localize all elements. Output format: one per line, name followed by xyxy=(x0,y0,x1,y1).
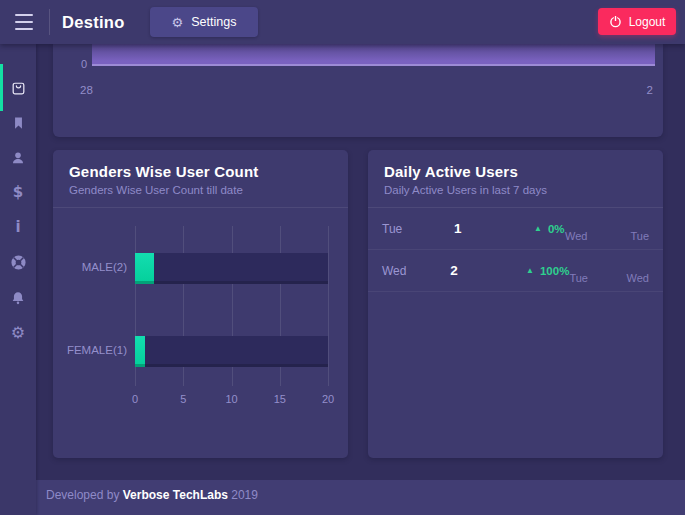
bell-icon xyxy=(10,290,26,306)
hamburger-menu-icon[interactable] xyxy=(15,14,35,30)
sidebar-item-support[interactable] xyxy=(0,245,36,280)
sidebar-item-bookmarks[interactable] xyxy=(0,105,36,140)
bar-label-male: MALE(2) xyxy=(53,261,127,273)
table-row: Wed 2 ▲ 100% Tue Wed xyxy=(368,250,663,292)
shopping-bag-icon xyxy=(10,79,27,96)
info-icon: i xyxy=(15,220,20,235)
trend-up-icon: ▲ xyxy=(526,267,534,275)
dau-card-header: Daily Active Users Daily Active Users in… xyxy=(368,150,663,208)
dau-trend: ▲ 100% xyxy=(526,265,569,277)
footer: Developed by Verbose TechLabs 2019 xyxy=(36,480,685,515)
area-chart-partial xyxy=(92,44,655,66)
dau-value: 2 xyxy=(450,263,526,278)
main-content: 0 28 2 Genders Wise User Count Genders W… xyxy=(36,44,685,515)
footer-prefix: Developed by xyxy=(46,488,119,502)
sidebar-item-info[interactable]: i xyxy=(0,210,36,245)
x-axis-tick: 15 xyxy=(274,393,286,405)
daily-active-users-card: Daily Active Users Daily Active Users in… xyxy=(368,150,663,458)
sidebar-item-settings[interactable]: ⚙ xyxy=(0,315,36,350)
top-chart-card: 0 28 2 xyxy=(53,44,663,137)
gear-icon: ⚙ xyxy=(172,16,184,29)
genders-card: Genders Wise User Count Genders Wise Use… xyxy=(53,150,348,458)
x-axis-tick: 5 xyxy=(180,393,186,405)
dau-table: Tue 1 ▲ 0% Wed Tue Wed 2 ▲ 100% xyxy=(368,208,663,292)
sidebar-item-users[interactable] xyxy=(0,140,36,175)
power-icon xyxy=(609,15,622,28)
bar-male xyxy=(135,253,154,284)
bookmark-icon xyxy=(11,115,26,131)
life-ring-icon xyxy=(10,254,27,271)
x-axis-tick: 0 xyxy=(132,393,138,405)
dau-trend-pct: 0% xyxy=(548,223,565,235)
settings-button[interactable]: ⚙ Settings xyxy=(150,7,258,37)
dollar-icon: $ xyxy=(13,185,23,200)
top-chart-x-tick-right: 2 xyxy=(647,84,653,96)
dau-card-title: Daily Active Users xyxy=(384,163,647,180)
top-chart-x-tick-left: 28 xyxy=(80,84,93,96)
bar-label-female: FEMALE(1) xyxy=(53,344,127,356)
gridline xyxy=(328,226,329,386)
dau-day: Tue xyxy=(382,222,454,236)
bar-track-female xyxy=(135,336,328,367)
navbar: Destino ⚙ Settings Logout xyxy=(0,0,685,44)
sidebar-item-notifications[interactable] xyxy=(0,280,36,315)
footer-company: Verbose TechLabs xyxy=(123,488,228,502)
sidebar: $ i ⚙ xyxy=(0,44,36,515)
table-row: Tue 1 ▲ 0% Wed Tue xyxy=(368,208,663,250)
dau-prev-day: Tue xyxy=(569,272,614,284)
navbar-divider xyxy=(49,9,50,35)
genders-bar-chart: MALE(2) FEMALE(1) 0 5 10 15 20 xyxy=(53,208,348,458)
x-axis-tick: 20 xyxy=(322,393,334,405)
dau-trend-pct: 100% xyxy=(540,265,569,277)
dau-prev-day: Wed xyxy=(565,230,613,242)
x-axis-tick: 10 xyxy=(225,393,237,405)
bar-female xyxy=(135,336,145,367)
dau-prev-day: Wed xyxy=(615,272,649,284)
dau-day: Wed xyxy=(382,264,450,278)
genders-card-header: Genders Wise User Count Genders Wise Use… xyxy=(53,150,348,208)
genders-card-subtitle: Genders Wise User Count till date xyxy=(69,184,332,196)
logout-button[interactable]: Logout xyxy=(598,8,676,35)
brand-title: Destino xyxy=(62,13,125,32)
trend-up-icon: ▲ xyxy=(534,225,542,233)
footer-year: 2019 xyxy=(231,488,258,502)
dau-trend: ▲ 0% xyxy=(534,223,565,235)
gear-icon: ⚙ xyxy=(11,325,25,341)
top-chart-y-tick: 0 xyxy=(61,58,87,70)
bar-track-male xyxy=(135,253,328,284)
dau-card-subtitle: Daily Active Users in last 7 days xyxy=(384,184,647,196)
bar-chart-plot-area: 0 5 10 15 20 xyxy=(135,226,328,386)
dau-value: 1 xyxy=(454,221,534,236)
genders-card-title: Genders Wise User Count xyxy=(69,163,332,180)
sidebar-item-orders[interactable] xyxy=(0,70,36,105)
dau-prev-day: Tue xyxy=(613,230,649,242)
logout-button-label: Logout xyxy=(629,15,666,29)
sidebar-item-payments[interactable]: $ xyxy=(0,175,36,210)
settings-button-label: Settings xyxy=(191,15,236,29)
app-root: Destino ⚙ Settings Logout xyxy=(0,0,685,515)
user-icon xyxy=(10,150,26,166)
